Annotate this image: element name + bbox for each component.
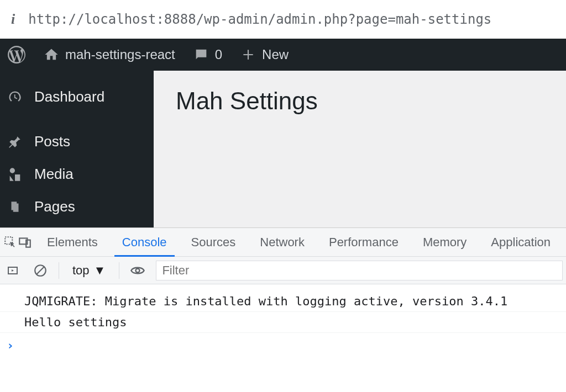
- sidebar-item-posts[interactable]: Posts: [0, 125, 154, 158]
- sidebar-item-pages[interactable]: Pages: [0, 190, 154, 223]
- tab-application[interactable]: Application: [479, 229, 563, 256]
- sidebar-item-label: Pages: [34, 198, 75, 215]
- url-text[interactable]: http://localhost:8888/wp-admin/admin.php…: [28, 12, 491, 27]
- adminbar-comments[interactable]: 0: [190, 46, 226, 63]
- plus-icon: [240, 46, 256, 63]
- site-info-icon[interactable]: i: [11, 11, 15, 28]
- inspect-element-icon[interactable]: [3, 232, 18, 253]
- context-label: top: [72, 263, 90, 278]
- context-selector[interactable]: top ▼: [68, 263, 110, 278]
- sidebar-item-label: Posts: [34, 133, 70, 150]
- sidebar-item-dashboard[interactable]: Dashboard: [0, 81, 154, 113]
- devtools-tabs: Elements Console Sources Network Perform…: [0, 228, 566, 257]
- devtools-panel: Elements Console Sources Network Perform…: [0, 227, 566, 392]
- media-icon: [7, 166, 23, 183]
- console-prompt[interactable]: ›: [0, 333, 566, 358]
- tab-performance[interactable]: Performance: [317, 229, 411, 256]
- adminbar-comment-count: 0: [215, 47, 222, 62]
- sidebar-item-media[interactable]: Media: [0, 158, 154, 190]
- console-message: Hello settings: [0, 312, 566, 333]
- adminbar-site-link[interactable]: mah-settings-react: [40, 46, 179, 63]
- wp-main: Dashboard Posts Media Pages Mah Settings: [0, 71, 566, 227]
- toggle-drawer-icon[interactable]: [3, 261, 22, 280]
- tab-console[interactable]: Console: [110, 229, 179, 256]
- browser-address-bar: i http://localhost:8888/wp-admin/admin.p…: [0, 0, 566, 39]
- sidebar-item-label: Dashboard: [34, 88, 104, 105]
- adminbar-site-name: mah-settings-react: [65, 47, 175, 62]
- wp-content-area: Mah Settings: [154, 71, 566, 227]
- prompt-caret-icon: ›: [7, 338, 14, 352]
- wordpress-icon: [8, 46, 25, 63]
- pages-icon: [7, 199, 23, 215]
- sidebar-item-label: Media: [34, 166, 74, 183]
- wordpress-logo[interactable]: [4, 46, 29, 63]
- live-expression-icon[interactable]: [128, 261, 147, 280]
- pushpin-icon: [7, 134, 23, 150]
- divider: [119, 262, 119, 279]
- tab-elements[interactable]: Elements: [35, 229, 110, 256]
- clear-console-icon[interactable]: [31, 261, 50, 280]
- tab-sources[interactable]: Sources: [179, 229, 248, 256]
- divider: [59, 262, 59, 279]
- wp-admin-bar: mah-settings-react 0 New: [0, 39, 566, 71]
- chevron-down-icon: ▼: [94, 263, 106, 278]
- devtools-filterbar: top ▼: [0, 257, 566, 284]
- adminbar-new[interactable]: New: [237, 46, 292, 63]
- page-title: Mah Settings: [176, 87, 544, 115]
- adminbar-new-label: New: [262, 47, 289, 62]
- tab-memory[interactable]: Memory: [411, 229, 479, 256]
- filter-input[interactable]: [156, 261, 563, 280]
- tab-network[interactable]: Network: [248, 229, 317, 256]
- console-message: JQMIGRATE: Migrate is installed with log…: [0, 291, 566, 312]
- wp-sidebar: Dashboard Posts Media Pages: [0, 71, 154, 227]
- svg-point-5: [136, 268, 140, 272]
- dashboard-icon: [7, 89, 23, 105]
- device-toolbar-icon[interactable]: [18, 232, 32, 253]
- console-output: JQMIGRATE: Migrate is installed with log…: [0, 284, 566, 392]
- home-icon: [43, 46, 60, 63]
- comment-icon: [193, 46, 209, 63]
